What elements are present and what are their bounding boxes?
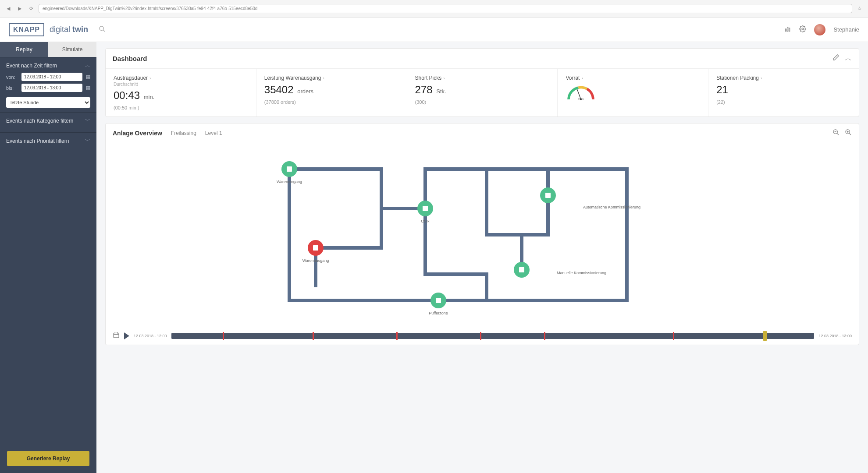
breadcrumb-item[interactable]: Freilassing xyxy=(171,130,196,136)
svg-rect-29 xyxy=(519,267,524,272)
svg-rect-3 xyxy=(787,27,788,31)
svg-text:47.7%: 47.7% xyxy=(578,98,584,100)
calendar-icon[interactable] xyxy=(113,332,120,340)
chevron-down-icon[interactable]: ﹀ xyxy=(85,117,90,124)
overview-title: Anlage Overview xyxy=(113,130,162,137)
svg-line-15 xyxy=(849,133,851,135)
play-button[interactable] xyxy=(124,332,129,339)
collapse-icon[interactable]: ︿ xyxy=(845,54,852,63)
kpi-stationen-packing[interactable]: Stationen Packing› 21 (22) xyxy=(708,69,859,116)
calendar-icon[interactable]: ▦ xyxy=(86,74,90,80)
app-header: KNAPP digital twin Stephanie xyxy=(0,18,868,42)
svg-rect-32 xyxy=(436,298,441,303)
anlage-overview-panel: Anlage Overview Freilassing Level 1 xyxy=(105,123,859,345)
svg-rect-23 xyxy=(545,193,551,198)
timeline: 12.03.2018 - 12:00 12.03.2018 - 13:00 xyxy=(106,327,859,345)
facility-diagram[interactable]: Wareneingang OSR Automatische Kommission… xyxy=(106,143,859,327)
tab-simulate[interactable]: Simulate xyxy=(48,42,96,57)
timeline-end-label: 12.03.2018 - 13:00 xyxy=(818,334,852,338)
search-icon[interactable] xyxy=(99,25,106,34)
chevron-up-icon[interactable]: ︿ xyxy=(85,62,90,69)
timeline-marker[interactable] xyxy=(544,332,545,340)
browser-bookmark-icon: ☆ xyxy=(856,5,864,13)
svg-point-5 xyxy=(802,28,804,30)
svg-rect-26 xyxy=(313,245,318,251)
timeline-marker[interactable] xyxy=(673,332,674,340)
svg-point-0 xyxy=(100,26,103,30)
filter-category-section[interactable]: Events nach Kategorie filtern ﹀ xyxy=(0,112,96,132)
product-name: digital twin xyxy=(50,25,88,34)
kpi-vorrat[interactable]: Vorrat› 47.7% xyxy=(557,69,708,116)
browser-chrome: ◀ ▶ ⟳ engineered/Downloads/KNAPP_DigTwin… xyxy=(0,0,868,18)
browser-reload-button[interactable]: ⟳ xyxy=(27,5,35,13)
to-label: bis: xyxy=(6,85,18,91)
breadcrumb-item[interactable]: Level 1 xyxy=(205,130,222,136)
timeline-marker[interactable] xyxy=(313,332,314,340)
svg-text:OSR: OSR xyxy=(421,219,430,223)
timeline-marker[interactable] xyxy=(480,332,481,340)
svg-text:Wareneingang: Wareneingang xyxy=(277,180,302,184)
username: Stephanie xyxy=(833,26,859,33)
browser-back-button[interactable]: ◀ xyxy=(4,5,12,13)
chevron-right-icon: › xyxy=(761,76,762,81)
svg-line-11 xyxy=(837,133,839,135)
chevron-right-icon: › xyxy=(323,76,324,81)
filter-priority-title: Events nach Priorität filtern xyxy=(6,138,69,144)
generate-replay-button[interactable]: Generiere Replay xyxy=(7,451,89,466)
range-select[interactable]: letzte Stunde xyxy=(6,97,90,108)
dashboard-panel: Dashboard ︿ Austragsdauer› Durchschnitt … xyxy=(105,48,859,117)
zoom-in-icon[interactable] xyxy=(845,129,852,138)
filter-category-title: Events nach Kategorie filtern xyxy=(6,118,73,124)
kpi-austragsdauer[interactable]: Austragsdauer› Durchschnitt 00:43 min. (… xyxy=(106,69,256,116)
from-label: von: xyxy=(6,74,18,80)
chart-icon[interactable] xyxy=(784,25,791,34)
zoom-out-icon[interactable] xyxy=(832,129,840,138)
gauge-chart: 47.7% xyxy=(566,84,596,101)
browser-url[interactable]: engineered/Downloads/KNAPP_DigTwin%20v2/… xyxy=(39,4,852,13)
chevron-down-icon[interactable]: ﹀ xyxy=(85,137,90,145)
filter-time-title: Event nach Zeit filtern xyxy=(6,63,57,69)
sidebar: Replay Simulate Event nach Zeit filtern … xyxy=(0,42,96,473)
svg-rect-20 xyxy=(423,206,428,211)
svg-line-6 xyxy=(577,89,581,99)
svg-text:Pufferzone: Pufferzone xyxy=(429,311,448,315)
chevron-right-icon: › xyxy=(443,76,445,81)
svg-rect-17 xyxy=(287,166,292,172)
chevron-right-icon: › xyxy=(149,76,151,81)
chevron-right-icon: › xyxy=(581,76,583,81)
edit-icon[interactable] xyxy=(832,54,840,63)
svg-text:Manuelle Kommissionierung: Manuelle Kommissionierung xyxy=(557,271,606,275)
dashboard-title: Dashboard xyxy=(113,55,147,62)
timeline-marker[interactable] xyxy=(396,332,398,340)
svg-text:Warenausgang: Warenausgang xyxy=(302,258,329,263)
svg-rect-4 xyxy=(789,28,790,31)
content-area: Dashboard ︿ Austragsdauer› Durchschnitt … xyxy=(96,42,868,473)
timeline-start-label: 12.03.2018 - 12:00 xyxy=(134,334,167,338)
svg-rect-34 xyxy=(114,333,119,338)
calendar-icon[interactable]: ▦ xyxy=(86,85,90,91)
svg-rect-2 xyxy=(786,29,786,31)
breadcrumb: Freilassing Level 1 xyxy=(171,130,222,136)
to-date-input[interactable] xyxy=(21,84,82,92)
timeline-marker[interactable] xyxy=(223,332,224,340)
timeline-playhead[interactable] xyxy=(763,331,767,341)
svg-line-1 xyxy=(103,30,105,32)
kpi-short-picks[interactable]: Short Picks› 278 Stk. (300) xyxy=(407,69,558,116)
kpi-leistung-warenausgang[interactable]: Leistung Warenausgang› 35402 orders (378… xyxy=(256,69,407,116)
filter-priority-section[interactable]: Events nach Priorität filtern ﹀ xyxy=(0,132,96,152)
browser-forward-button[interactable]: ▶ xyxy=(16,5,24,13)
avatar[interactable] xyxy=(814,24,825,35)
timeline-track[interactable] xyxy=(171,333,815,339)
from-date-input[interactable] xyxy=(21,73,82,81)
svg-text:Automatische Kommissionierung: Automatische Kommissionierung xyxy=(583,205,640,209)
tab-replay[interactable]: Replay xyxy=(0,42,48,57)
filter-time-section: Event nach Zeit filtern ︿ von: ▦ bis: ▦ … xyxy=(0,57,96,112)
settings-icon[interactable] xyxy=(799,25,806,34)
brand-logo: KNAPP xyxy=(9,23,44,36)
